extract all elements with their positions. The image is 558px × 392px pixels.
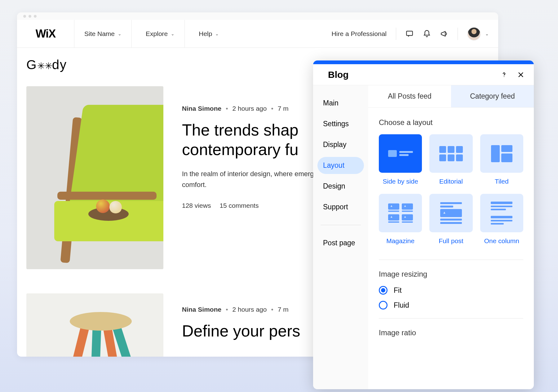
separator-dot: • (226, 105, 228, 112)
help-label: Help (199, 30, 212, 38)
post-time: 2 hours ago (232, 306, 267, 313)
topbar: WiX Site Name ⌄ Explore ⌄ Help ⌄ Hire a … (17, 20, 498, 48)
layout-option-magazine[interactable]: Magazine (379, 194, 422, 245)
post-views: 128 views (182, 202, 211, 209)
radio-label: Fluid (394, 301, 409, 310)
divider (321, 225, 361, 225)
layout-option-editorial[interactable]: Editorial (429, 134, 472, 185)
panel-main: All Posts feed Category feed Choose a la… (368, 85, 534, 389)
panel-header: Blog (313, 64, 534, 85)
layout-option-label: Editorial (429, 178, 472, 185)
panel-sidebar: Main Settings Display Layout Design Supp… (313, 85, 368, 389)
blog-settings-panel: Blog Main Settings Display Layout Design… (313, 60, 534, 389)
help-icon[interactable] (500, 71, 508, 78)
wix-logo[interactable]: WiX (17, 20, 74, 47)
layout-option-tiled[interactable]: Tiled (480, 134, 523, 185)
close-icon[interactable] (517, 71, 525, 78)
wix-logo-text: WiX (36, 27, 56, 40)
sidebar-item-post-page[interactable]: Post page (317, 234, 364, 252)
sidebar-item-display[interactable]: Display (317, 136, 364, 153)
tab-all-posts-feed[interactable]: All Posts feed (368, 85, 451, 107)
layout-grid: Side by side Editorial Tiled (379, 134, 523, 245)
post-image (26, 293, 163, 357)
topbar-right: Hire a Professional ⌄ (332, 20, 498, 47)
layout-option-label: Magazine (379, 237, 422, 245)
chevron-down-icon: ⌄ (215, 31, 219, 36)
window-dot (34, 15, 37, 18)
layout-preview (379, 134, 422, 173)
divider (458, 28, 458, 40)
post-comments: 15 comments (219, 202, 259, 209)
panel-body: Main Settings Display Layout Design Supp… (313, 85, 534, 389)
layout-option-label: Tiled (480, 178, 523, 185)
separator-dot: • (226, 306, 228, 313)
svg-rect-0 (406, 31, 413, 35)
chat-icon[interactable] (405, 30, 414, 38)
layout-preview (429, 194, 472, 232)
panel-accent-bar (313, 60, 534, 64)
choose-layout-label: Choose a layout (379, 118, 523, 127)
chevron-down-icon: ⌄ (171, 31, 175, 36)
sidebar-item-support[interactable]: Support (317, 198, 364, 216)
window-dot (29, 15, 31, 18)
radio-icon (379, 286, 388, 295)
bell-icon[interactable] (423, 30, 431, 38)
explore-dropdown[interactable]: Explore ⌄ (132, 20, 185, 47)
post-read: 7 m (278, 306, 289, 313)
separator-dot: • (271, 306, 273, 313)
panel-tabs: All Posts feed Category feed (368, 85, 534, 108)
layout-option-full-post[interactable]: Full post (429, 194, 472, 245)
layout-option-one-column[interactable]: One column (480, 194, 523, 245)
site-logo[interactable]: G✳✳dy (26, 57, 67, 72)
post-author: Nina Simone (182, 306, 221, 313)
explore-label: Explore (146, 30, 168, 38)
sidebar-item-settings[interactable]: Settings (317, 115, 364, 132)
divider (379, 260, 523, 260)
post-read: 7 m (278, 105, 289, 112)
layout-preview (429, 134, 472, 173)
radio-icon (379, 301, 388, 310)
avatar (467, 27, 481, 41)
panel-title: Blog (328, 69, 491, 80)
sidebar-item-layout[interactable]: Layout (317, 157, 364, 174)
user-menu[interactable]: ⌄ (467, 27, 489, 41)
radio-fluid[interactable]: Fluid (379, 301, 523, 310)
layout-option-label: One column (480, 237, 523, 245)
window-chrome (17, 12, 498, 20)
site-name-dropdown[interactable]: Site Name ⌄ (74, 20, 132, 47)
window-dot (23, 15, 26, 18)
svg-point-2 (504, 76, 504, 77)
layout-preview (480, 134, 523, 173)
layout-option-label: Full post (429, 237, 472, 245)
divider (396, 28, 396, 40)
post-author: Nina Simone (182, 105, 221, 112)
layout-option-label: Side by side (379, 178, 422, 185)
chevron-down-icon: ⌄ (485, 31, 489, 36)
post-time: 2 hours ago (232, 105, 267, 112)
radio-fit[interactable]: Fit (379, 286, 523, 295)
separator-dot: • (271, 105, 273, 112)
radio-label: Fit (394, 286, 402, 295)
sidebar-item-main[interactable]: Main (317, 95, 364, 112)
megaphone-icon[interactable] (440, 30, 448, 38)
image-resizing-label: Image resizing (379, 270, 523, 278)
sidebar-item-design[interactable]: Design (317, 178, 364, 195)
image-ratio-label: Image ratio (379, 328, 523, 337)
site-name-label: Site Name (84, 30, 115, 38)
help-dropdown[interactable]: Help ⌄ (185, 20, 229, 47)
layout-preview (480, 194, 523, 232)
layout-option-side-by-side[interactable]: Side by side (379, 134, 422, 185)
hire-professional-link[interactable]: Hire a Professional (332, 30, 387, 38)
post-image (26, 86, 163, 269)
layout-preview (379, 194, 422, 232)
chevron-down-icon: ⌄ (118, 31, 122, 36)
panel-content: Choose a layout Side by side (368, 108, 534, 355)
divider (379, 318, 523, 318)
tab-category-feed[interactable]: Category feed (451, 85, 534, 107)
